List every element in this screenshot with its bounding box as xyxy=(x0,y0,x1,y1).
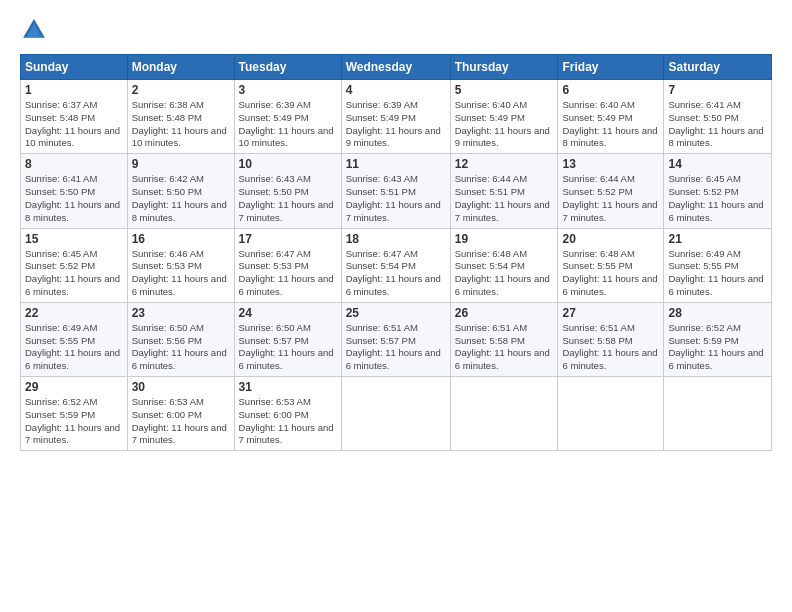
day-number: 25 xyxy=(346,306,446,320)
day-number: 17 xyxy=(239,232,337,246)
header-wednesday: Wednesday xyxy=(341,55,450,80)
calendar-cell: 15Sunrise: 6:45 AMSunset: 5:52 PMDayligh… xyxy=(21,228,128,302)
calendar-cell: 22Sunrise: 6:49 AMSunset: 5:55 PMDayligh… xyxy=(21,302,128,376)
day-detail: Sunrise: 6:47 AMSunset: 5:54 PMDaylight:… xyxy=(346,248,441,297)
calendar-cell xyxy=(558,377,664,451)
calendar-cell: 26Sunrise: 6:51 AMSunset: 5:58 PMDayligh… xyxy=(450,302,558,376)
calendar-cell: 7Sunrise: 6:41 AMSunset: 5:50 PMDaylight… xyxy=(664,80,772,154)
day-detail: Sunrise: 6:45 AMSunset: 5:52 PMDaylight:… xyxy=(668,173,763,222)
calendar-cell: 8Sunrise: 6:41 AMSunset: 5:50 PMDaylight… xyxy=(21,154,128,228)
day-detail: Sunrise: 6:43 AMSunset: 5:51 PMDaylight:… xyxy=(346,173,441,222)
day-detail: Sunrise: 6:44 AMSunset: 5:51 PMDaylight:… xyxy=(455,173,550,222)
calendar-cell: 1Sunrise: 6:37 AMSunset: 5:48 PMDaylight… xyxy=(21,80,128,154)
day-detail: Sunrise: 6:48 AMSunset: 5:54 PMDaylight:… xyxy=(455,248,550,297)
day-number: 11 xyxy=(346,157,446,171)
calendar-cell: 18Sunrise: 6:47 AMSunset: 5:54 PMDayligh… xyxy=(341,228,450,302)
day-detail: Sunrise: 6:37 AMSunset: 5:48 PMDaylight:… xyxy=(25,99,120,148)
calendar-cell: 28Sunrise: 6:52 AMSunset: 5:59 PMDayligh… xyxy=(664,302,772,376)
calendar-header-row: SundayMondayTuesdayWednesdayThursdayFrid… xyxy=(21,55,772,80)
day-number: 2 xyxy=(132,83,230,97)
week-row-1: 1Sunrise: 6:37 AMSunset: 5:48 PMDaylight… xyxy=(21,80,772,154)
day-number: 26 xyxy=(455,306,554,320)
header-monday: Monday xyxy=(127,55,234,80)
calendar-cell: 4Sunrise: 6:39 AMSunset: 5:49 PMDaylight… xyxy=(341,80,450,154)
header-tuesday: Tuesday xyxy=(234,55,341,80)
day-number: 1 xyxy=(25,83,123,97)
header-sunday: Sunday xyxy=(21,55,128,80)
day-detail: Sunrise: 6:51 AMSunset: 5:58 PMDaylight:… xyxy=(562,322,657,371)
day-number: 20 xyxy=(562,232,659,246)
calendar-cell: 10Sunrise: 6:43 AMSunset: 5:50 PMDayligh… xyxy=(234,154,341,228)
day-detail: Sunrise: 6:48 AMSunset: 5:55 PMDaylight:… xyxy=(562,248,657,297)
week-row-3: 15Sunrise: 6:45 AMSunset: 5:52 PMDayligh… xyxy=(21,228,772,302)
day-number: 21 xyxy=(668,232,767,246)
calendar-cell: 9Sunrise: 6:42 AMSunset: 5:50 PMDaylight… xyxy=(127,154,234,228)
calendar-cell: 14Sunrise: 6:45 AMSunset: 5:52 PMDayligh… xyxy=(664,154,772,228)
day-number: 30 xyxy=(132,380,230,394)
calendar-cell: 11Sunrise: 6:43 AMSunset: 5:51 PMDayligh… xyxy=(341,154,450,228)
day-number: 10 xyxy=(239,157,337,171)
calendar-cell: 19Sunrise: 6:48 AMSunset: 5:54 PMDayligh… xyxy=(450,228,558,302)
calendar-cell: 24Sunrise: 6:50 AMSunset: 5:57 PMDayligh… xyxy=(234,302,341,376)
day-detail: Sunrise: 6:40 AMSunset: 5:49 PMDaylight:… xyxy=(455,99,550,148)
day-detail: Sunrise: 6:51 AMSunset: 5:58 PMDaylight:… xyxy=(455,322,550,371)
calendar-cell: 2Sunrise: 6:38 AMSunset: 5:48 PMDaylight… xyxy=(127,80,234,154)
header-thursday: Thursday xyxy=(450,55,558,80)
day-detail: Sunrise: 6:52 AMSunset: 5:59 PMDaylight:… xyxy=(25,396,120,445)
day-number: 16 xyxy=(132,232,230,246)
day-detail: Sunrise: 6:39 AMSunset: 5:49 PMDaylight:… xyxy=(239,99,334,148)
calendar-cell: 31Sunrise: 6:53 AMSunset: 6:00 PMDayligh… xyxy=(234,377,341,451)
day-detail: Sunrise: 6:49 AMSunset: 5:55 PMDaylight:… xyxy=(668,248,763,297)
calendar-cell xyxy=(450,377,558,451)
day-number: 13 xyxy=(562,157,659,171)
day-number: 7 xyxy=(668,83,767,97)
calendar-cell: 29Sunrise: 6:52 AMSunset: 5:59 PMDayligh… xyxy=(21,377,128,451)
day-detail: Sunrise: 6:43 AMSunset: 5:50 PMDaylight:… xyxy=(239,173,334,222)
calendar-cell xyxy=(341,377,450,451)
day-detail: Sunrise: 6:49 AMSunset: 5:55 PMDaylight:… xyxy=(25,322,120,371)
day-detail: Sunrise: 6:41 AMSunset: 5:50 PMDaylight:… xyxy=(25,173,120,222)
calendar-cell: 23Sunrise: 6:50 AMSunset: 5:56 PMDayligh… xyxy=(127,302,234,376)
day-detail: Sunrise: 6:41 AMSunset: 5:50 PMDaylight:… xyxy=(668,99,763,148)
calendar-cell: 25Sunrise: 6:51 AMSunset: 5:57 PMDayligh… xyxy=(341,302,450,376)
day-detail: Sunrise: 6:50 AMSunset: 5:57 PMDaylight:… xyxy=(239,322,334,371)
calendar-cell: 21Sunrise: 6:49 AMSunset: 5:55 PMDayligh… xyxy=(664,228,772,302)
week-row-4: 22Sunrise: 6:49 AMSunset: 5:55 PMDayligh… xyxy=(21,302,772,376)
day-detail: Sunrise: 6:39 AMSunset: 5:49 PMDaylight:… xyxy=(346,99,441,148)
day-number: 5 xyxy=(455,83,554,97)
day-number: 22 xyxy=(25,306,123,320)
day-detail: Sunrise: 6:52 AMSunset: 5:59 PMDaylight:… xyxy=(668,322,763,371)
day-number: 23 xyxy=(132,306,230,320)
day-detail: Sunrise: 6:47 AMSunset: 5:53 PMDaylight:… xyxy=(239,248,334,297)
header-friday: Friday xyxy=(558,55,664,80)
day-number: 14 xyxy=(668,157,767,171)
day-number: 31 xyxy=(239,380,337,394)
calendar-cell: 12Sunrise: 6:44 AMSunset: 5:51 PMDayligh… xyxy=(450,154,558,228)
calendar-cell: 3Sunrise: 6:39 AMSunset: 5:49 PMDaylight… xyxy=(234,80,341,154)
week-row-2: 8Sunrise: 6:41 AMSunset: 5:50 PMDaylight… xyxy=(21,154,772,228)
day-detail: Sunrise: 6:45 AMSunset: 5:52 PMDaylight:… xyxy=(25,248,120,297)
day-number: 29 xyxy=(25,380,123,394)
calendar-cell: 16Sunrise: 6:46 AMSunset: 5:53 PMDayligh… xyxy=(127,228,234,302)
calendar-cell: 30Sunrise: 6:53 AMSunset: 6:00 PMDayligh… xyxy=(127,377,234,451)
calendar-cell: 20Sunrise: 6:48 AMSunset: 5:55 PMDayligh… xyxy=(558,228,664,302)
day-detail: Sunrise: 6:53 AMSunset: 6:00 PMDaylight:… xyxy=(239,396,334,445)
day-number: 12 xyxy=(455,157,554,171)
day-number: 15 xyxy=(25,232,123,246)
logo-icon xyxy=(20,16,48,44)
header-saturday: Saturday xyxy=(664,55,772,80)
day-detail: Sunrise: 6:53 AMSunset: 6:00 PMDaylight:… xyxy=(132,396,227,445)
calendar-cell: 5Sunrise: 6:40 AMSunset: 5:49 PMDaylight… xyxy=(450,80,558,154)
calendar-cell xyxy=(664,377,772,451)
day-number: 24 xyxy=(239,306,337,320)
day-detail: Sunrise: 6:42 AMSunset: 5:50 PMDaylight:… xyxy=(132,173,227,222)
week-row-5: 29Sunrise: 6:52 AMSunset: 5:59 PMDayligh… xyxy=(21,377,772,451)
day-number: 9 xyxy=(132,157,230,171)
day-number: 19 xyxy=(455,232,554,246)
day-detail: Sunrise: 6:44 AMSunset: 5:52 PMDaylight:… xyxy=(562,173,657,222)
calendar-cell: 6Sunrise: 6:40 AMSunset: 5:49 PMDaylight… xyxy=(558,80,664,154)
logo xyxy=(20,16,52,44)
calendar-cell: 27Sunrise: 6:51 AMSunset: 5:58 PMDayligh… xyxy=(558,302,664,376)
day-number: 28 xyxy=(668,306,767,320)
day-detail: Sunrise: 6:50 AMSunset: 5:56 PMDaylight:… xyxy=(132,322,227,371)
